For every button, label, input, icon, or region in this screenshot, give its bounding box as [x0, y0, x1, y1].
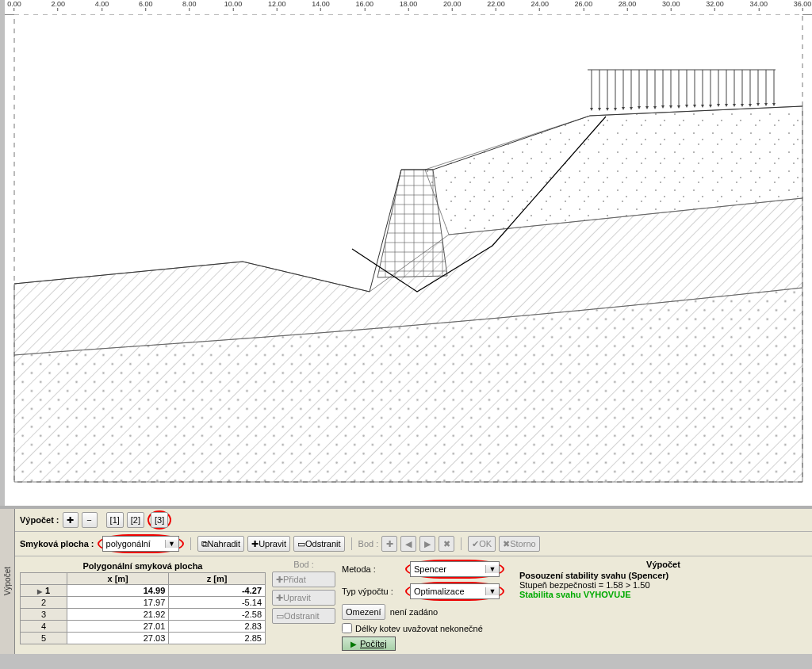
ruler-tick: 10.00 [224, 0, 243, 11]
ruler-tick: 8.00 [182, 0, 197, 11]
infinite-anchors-checkbox[interactable]: Délky kotev uvažovat nekonečné [342, 623, 508, 633]
limit-button[interactable]: Omezení [342, 604, 385, 620]
cell-x: 17.97 [67, 597, 169, 609]
ruler-tick: 16.00 [356, 0, 374, 11]
cell-z: 2.85 [169, 633, 266, 644]
result-safety: Stupeň bezpečnosti = 1.58 > 1.50 [519, 580, 807, 590]
slipsurface-label: Smyková plocha : [20, 539, 94, 549]
add-calc-button[interactable]: ✚ [63, 512, 79, 528]
cell-z: -5.14 [169, 597, 266, 609]
edit-edit-button: ✚ Upravit [272, 590, 335, 606]
row-number: 3 [21, 609, 67, 621]
table-title: Polygonální smyková plocha [20, 560, 266, 572]
calctype-combo[interactable]: ▼ [410, 583, 500, 599]
ruler-tick: 28.00 [619, 0, 637, 11]
ruler-tick: 12.00 [268, 0, 286, 11]
cell-x: 27.03 [67, 633, 169, 644]
ruler-tick: 6.00 [139, 0, 153, 11]
result-title: Výpočet [519, 560, 807, 571]
method-combo[interactable]: ▼ [410, 561, 500, 577]
ruler-tick: 36.00 [794, 0, 812, 11]
ruler-tick: 20.00 [443, 0, 462, 11]
run-button[interactable]: Počítej [342, 637, 396, 651]
table-row[interactable]: 527.032.85 [21, 633, 266, 644]
points-table[interactable]: x [m] z [m] 114.99-4.27217.97-5.14321.92… [20, 572, 266, 644]
point-del-button: ✖ [439, 536, 454, 552]
ruler-tick: 14.00 [312, 0, 330, 11]
row-number: 5 [21, 633, 67, 644]
point-move-l-button: ◀ [400, 536, 416, 552]
calc-tab-1[interactable]: [1] [106, 512, 124, 528]
calc-tab-2[interactable]: [2] [127, 512, 144, 528]
side-tab-vypocet[interactable]: Výpočet [0, 509, 15, 654]
chevron-down-icon[interactable]: ▼ [485, 587, 499, 595]
table-row[interactable]: 427.012.83 [21, 621, 266, 633]
ruler-tick: 18.00 [400, 0, 418, 11]
point-add-button: ✚ [381, 536, 397, 552]
table-row[interactable]: 217.97-5.14 [21, 597, 266, 609]
storno-button: ✖ Storno [499, 536, 539, 552]
edit-add-button: ✚ Přidat [272, 572, 335, 587]
ruler-tick: 22.00 [487, 0, 505, 11]
ruler-tick: 32.00 [706, 0, 724, 11]
row-number: 4 [21, 621, 67, 633]
calc-label: Výpočet : [20, 515, 59, 525]
slipsurface-type-combo[interactable]: ▼ [102, 536, 179, 552]
cell-z: -2.58 [169, 609, 266, 621]
replace-button[interactable]: ⧉ Nahradit [197, 536, 245, 552]
edit-col-label: Bod : [272, 560, 335, 569]
calctype-value[interactable] [411, 585, 485, 598]
ruler-tick: 4.00 [95, 0, 109, 11]
col-z: z [m] [169, 573, 266, 585]
table-row[interactable]: 321.92-2.58 [21, 609, 266, 621]
ruler-tick: 26.00 [575, 0, 593, 11]
edit-remove-button: ▭ Odstranit [272, 608, 335, 624]
edit-button[interactable]: ✚ Upravit [247, 536, 290, 552]
cell-x: 27.01 [67, 621, 169, 633]
ok-button: ✔ OK [468, 536, 496, 552]
point-move-r-button: ▶ [419, 536, 435, 552]
remove-button[interactable]: ▭ Odstranit [293, 536, 345, 552]
result-pass: Stabilita svahu VYHOVUJE [519, 590, 807, 599]
calc-toolbar: Výpočet : ✚ − [1] [2] [3] [15, 509, 812, 532]
limit-text: není zadáno [390, 607, 439, 617]
ruler-tick: 30.00 [662, 0, 680, 11]
slipsurface-toolbar: Smyková plocha : ▼ ⧉ Nahradit ✚ Upravit … [15, 532, 812, 556]
ruler-tick: 34.00 [750, 0, 768, 11]
row-number: 2 [21, 597, 67, 609]
method-label: Metoda : [342, 564, 400, 574]
slipsurface-type-value[interactable] [103, 537, 165, 550]
cell-z: -4.27 [169, 585, 266, 597]
ruler-tick: 24.00 [530, 0, 549, 11]
cell-x: 14.99 [67, 585, 169, 597]
chevron-down-icon[interactable]: ▼ [485, 565, 499, 573]
calc-tab-3[interactable]: [3] [151, 512, 168, 528]
col-x: x [m] [67, 573, 169, 585]
drawing-canvas[interactable]: 0.002.004.006.008.0010.0012.0014.0016.00… [0, 0, 812, 506]
horizontal-ruler: 0.002.004.006.008.0010.0012.0014.0016.00… [5, 0, 812, 15]
cell-z: 2.83 [169, 621, 266, 633]
ruler-tick: 2.00 [51, 0, 65, 11]
method-value[interactable] [411, 563, 485, 575]
calctype-label: Typ výpočtu : [342, 587, 400, 596]
chevron-down-icon[interactable]: ▼ [165, 540, 178, 548]
bod-label: Bod : [358, 539, 379, 549]
result-heading: Posouzení stability svahu (Spencer) [519, 571, 668, 580]
table-row[interactable]: 114.99-4.27 [21, 585, 266, 597]
row-number: 1 [21, 585, 67, 597]
ruler-tick: 0.00 [7, 0, 21, 11]
cell-x: 21.92 [67, 609, 169, 621]
slope-drawing: placeholder [5, 14, 812, 506]
remove-calc-button[interactable]: − [82, 512, 98, 528]
